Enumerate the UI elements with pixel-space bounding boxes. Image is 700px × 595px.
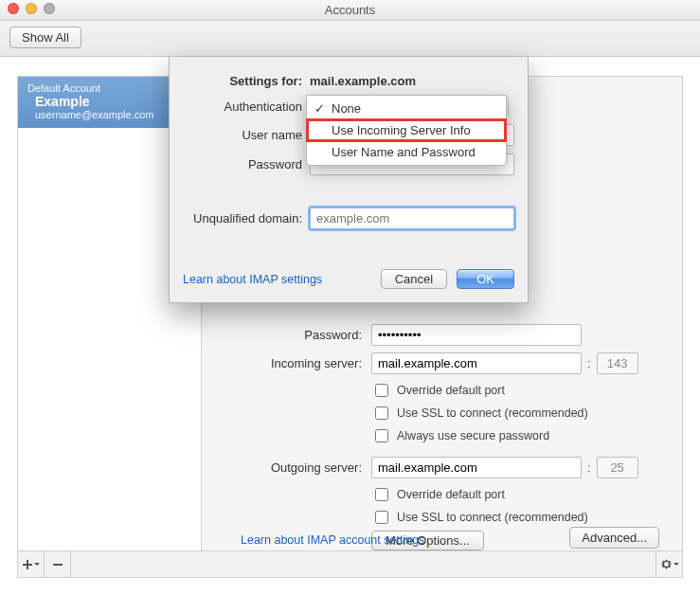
password-label: Password: xyxy=(225,328,362,342)
svg-rect-0 xyxy=(53,564,63,566)
learn-imap-link[interactable]: Learn about IMAP settings xyxy=(183,273,322,286)
outgoing-ssl-label: Use SSL to connect (recommended) xyxy=(397,511,588,524)
window-title: Accounts xyxy=(325,3,375,17)
cancel-button[interactable]: Cancel xyxy=(381,269,447,289)
toolbar: Show All xyxy=(0,21,700,57)
sheet-username-label: User name xyxy=(183,128,302,142)
outgoing-server-field[interactable] xyxy=(371,457,582,478)
outgoing-override-port-checkbox[interactable] xyxy=(375,488,388,501)
remove-account-button[interactable] xyxy=(45,551,71,577)
incoming-server-field[interactable] xyxy=(371,352,582,374)
zoom-button[interactable] xyxy=(44,3,55,14)
unqualified-domain-label: Unqualified domain: xyxy=(183,211,302,225)
incoming-ssl-label: Use SSL to connect (recommended) xyxy=(397,406,588,420)
account-email: username@example.com xyxy=(27,109,191,120)
ok-button[interactable]: OK xyxy=(457,269,514,289)
settings-for-label: Settings for: xyxy=(183,74,302,88)
password-field[interactable] xyxy=(371,324,582,346)
incoming-secure-pw-label: Always use secure password xyxy=(397,429,549,442)
outgoing-server-label: Outgoing server: xyxy=(225,460,362,475)
outgoing-ssl-checkbox[interactable] xyxy=(375,511,388,524)
incoming-ssl-checkbox[interactable] xyxy=(375,406,388,420)
minimize-button[interactable] xyxy=(26,3,37,14)
add-account-button[interactable] xyxy=(18,551,45,577)
settings-for-value: mail.example.com xyxy=(310,74,416,88)
close-button[interactable] xyxy=(8,3,19,14)
traffic-lights xyxy=(8,3,55,14)
check-icon: ✓ xyxy=(314,101,325,116)
dropdown-item-user-pass[interactable]: User Name and Password xyxy=(307,141,506,163)
unqualified-domain-field[interactable] xyxy=(310,207,514,229)
learn-imap-accounts-link[interactable]: Learn about IMAP account settings xyxy=(241,533,424,547)
outgoing-override-port-label: Override default port xyxy=(397,488,505,501)
dropdown-item-none[interactable]: ✓ None xyxy=(307,98,506,119)
dropdown-item-use-incoming[interactable]: Use Incoming Server Info xyxy=(307,119,506,141)
incoming-server-label: Incoming server: xyxy=(225,356,362,370)
plus-dropdown-icon xyxy=(22,559,33,570)
incoming-secure-pw-checkbox[interactable] xyxy=(375,429,388,442)
titlebar: Accounts xyxy=(0,0,700,21)
minus-icon xyxy=(52,559,63,570)
outgoing-settings-sheet: Settings for: mail.example.com Authentic… xyxy=(169,57,529,303)
sheet-password-label: Password xyxy=(183,157,302,171)
authentication-dropdown: ✓ None Use Incoming Server Info User Nam… xyxy=(306,95,507,166)
dropdown-item-label: None xyxy=(332,101,361,116)
dropdown-item-label: User Name and Password xyxy=(332,145,476,159)
incoming-port-field[interactable] xyxy=(597,352,638,374)
advanced-button[interactable]: Advanced... xyxy=(569,527,659,549)
incoming-override-port-checkbox[interactable] xyxy=(375,384,388,397)
default-account-label: Default Account xyxy=(27,82,191,94)
port-separator: : xyxy=(587,356,591,370)
port-separator: : xyxy=(587,460,591,475)
outgoing-port-field[interactable] xyxy=(597,457,638,478)
account-name: Example xyxy=(27,94,191,109)
show-all-button[interactable]: Show All xyxy=(9,27,81,48)
dropdown-item-label: Use Incoming Server Info xyxy=(332,123,471,137)
chevron-down-icon xyxy=(34,562,40,568)
authentication-label: Authentication xyxy=(183,99,302,114)
incoming-override-port-label: Override default port xyxy=(397,384,505,397)
